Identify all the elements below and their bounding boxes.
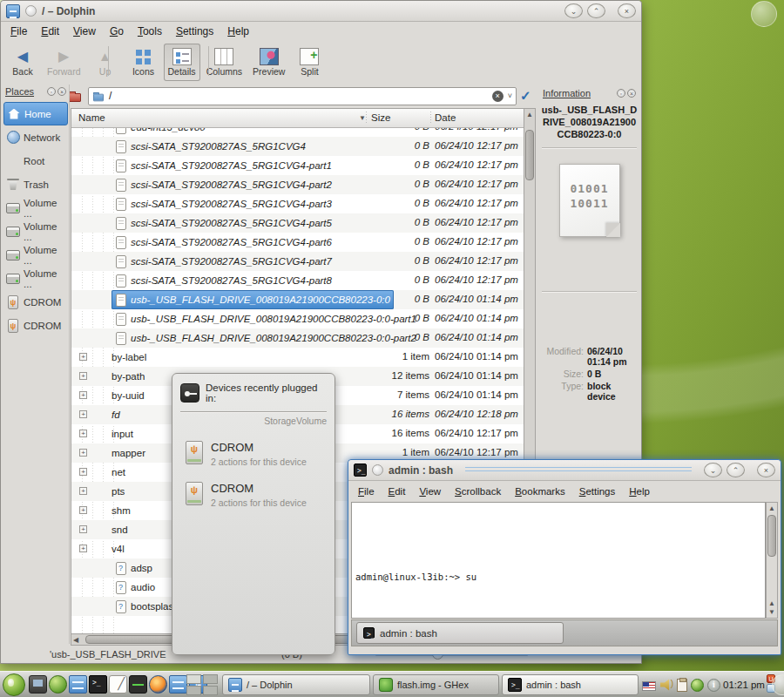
launcher-icon[interactable] [109,675,127,694]
file-name-cell[interactable]: by-uuid [92,386,148,405]
device-entry[interactable]: CDROM 2 actions for this device [180,441,327,467]
file-name-cell[interactable]: mapper [92,443,149,463]
places-float-button[interactable]: ◦ [47,87,56,96]
places-item[interactable]: Volume ... [3,220,68,243]
menu-item[interactable]: Help [221,23,255,40]
launcher-icon[interactable] [29,675,47,694]
toolbar-button[interactable]: Preview [248,44,289,81]
scroll-up-icon[interactable]: ▲ [524,111,535,118]
launcher-icon[interactable] [69,675,87,694]
table-row[interactable]: edd-int13_dev80 0 B 06/24/10 12:17 pm [71,128,524,137]
file-name-cell[interactable]: scsi-SATA_ST9200827AS_5RG1CVG4-part7 [112,252,335,271]
scroll-down-icon[interactable]: ▼ [767,608,777,616]
menu-item[interactable]: Go [104,23,130,40]
tray-icon[interactable] [691,679,704,692]
dolphin-titlebar[interactable]: / – Dolphin ⌄ ⌃ × [1,1,641,22]
expand-icon[interactable] [79,506,87,514]
table-row[interactable]: scsi-SATA_ST9200827AS_5RG1CVG4-part6 0 B… [71,233,524,252]
scroll-left-icon[interactable]: ◀ [73,636,78,644]
scrollbar-thumb[interactable] [767,515,776,557]
menu-item[interactable]: Edit [35,23,65,40]
task-button[interactable]: admin : bash [502,674,639,695]
file-name-cell[interactable]: fd [92,405,124,424]
plasma-toolbox-icon[interactable] [751,1,777,27]
menu-item[interactable]: View [67,23,102,40]
launcher-icon[interactable] [169,675,187,694]
column-header[interactable]: Name ▼ Size Date [71,109,524,128]
menu-item[interactable]: Edit [382,484,412,499]
column-name[interactable]: Name [78,112,105,123]
toolbar-button[interactable]: Split [291,44,328,81]
expand-icon[interactable] [79,391,87,399]
launcher-icon[interactable] [129,675,147,694]
expand-icon[interactable] [79,353,87,361]
window-menu-button[interactable] [25,5,37,17]
table-row[interactable]: scsi-SATA_ST9200827AS_5RG1CVG4-part2 0 B… [71,175,524,194]
terminal-scrollbar[interactable]: ▲ ▲ ▼ [766,502,778,619]
file-name-cell[interactable]: net [92,463,129,482]
file-name-cell[interactable]: input [92,424,137,443]
scroll-up-icon[interactable]: ▲ [767,599,777,607]
konsole-titlebar[interactable]: admin : bash ⌄ ⌃ × [348,460,781,481]
tray-icon[interactable] [642,681,656,691]
menu-item[interactable]: Scrollback [449,484,507,499]
file-name-cell[interactable]: shm [92,501,134,520]
column-size[interactable]: Size [371,112,390,123]
location-ok-icon[interactable]: ✓ [520,88,531,104]
menu-item[interactable]: File [352,484,381,499]
clock[interactable]: 01:21 pm [723,672,765,697]
pager-desktop-cell[interactable] [186,686,201,695]
file-name-cell[interactable]: scsi-SATA_ST9200827AS_5RG1CVG4-part3 [112,194,335,213]
table-row[interactable]: scsi-SATA_ST9200827AS_5RG1CVG4-part1 0 B… [71,156,524,175]
location-dropdown-icon[interactable]: ˅ [508,91,512,100]
places-item[interactable]: Trash [3,173,68,196]
file-name-cell[interactable]: snd [92,520,132,539]
toolbar-button[interactable]: Forward [43,44,85,81]
launcher-icon[interactable] [89,675,107,694]
toolbar-button[interactable]: Up [87,44,124,81]
expand-icon[interactable] [79,372,87,380]
table-row[interactable]: scsi-SATA_ST9200827AS_5RG1CVG4-part3 0 B… [71,194,524,213]
menu-item[interactable]: View [413,484,447,499]
places-item[interactable]: CDROM [3,290,68,314]
places-item[interactable]: Volume ... [3,196,68,220]
expand-icon[interactable] [79,430,87,437]
maximize-button[interactable]: ⌃ [727,463,745,477]
file-name-cell[interactable]: scsi-SATA_ST9200827AS_5RG1CVG4-part1 [112,156,335,175]
file-name-cell[interactable]: scsi-SATA_ST9200827AS_5RG1CVG4-part2 [112,175,335,194]
terminal-screen[interactable]: admin@linux-l3ib:~> su Password: linux-l… [351,502,766,619]
file-name-cell[interactable]: adsp [112,558,156,578]
file-name-cell[interactable]: audio [112,578,159,597]
table-row[interactable]: scsi-SATA_ST9200827AS_5RG1CVG4-part7 0 B… [71,252,524,271]
file-name-cell[interactable]: scsi-SATA_ST9200827AS_5RG1CVG4 [112,137,309,156]
menu-item[interactable]: Settings [573,484,622,499]
minimize-button[interactable]: ⌄ [564,3,583,18]
scroll-up-icon[interactable]: ▲ [767,504,777,512]
file-name-cell[interactable]: scsi-SATA_ST9200827AS_5RG1CVG4-part6 [112,233,335,252]
places-close-button[interactable]: × [57,87,66,96]
launcher-icon[interactable] [149,675,167,694]
places-item[interactable]: Home [3,102,68,125]
expand-icon[interactable] [79,487,87,495]
expand-icon[interactable] [79,468,87,476]
pager-desktop-cell[interactable] [186,674,201,684]
menu-item[interactable]: Tools [132,23,168,40]
pager-desktop-cell[interactable] [203,674,218,684]
table-row[interactable]: scsi-SATA_ST9200827AS_5RG1CVG4-part5 0 B… [71,213,524,233]
places-item[interactable]: CDROM [3,314,68,337]
device-entry[interactable]: CDROM 2 actions for this device [180,482,327,508]
location-bar[interactable]: / × ˅ [88,87,517,105]
task-button[interactable]: / – Dolphin [222,674,370,695]
places-item[interactable]: Root [3,149,68,173]
table-row[interactable]: usb-_USB_FLASH_DRIVE_008019A21900CCB8022… [71,309,524,328]
file-name-cell[interactable]: by-path [92,367,148,386]
file-name-cell[interactable]: edd-int13_dev80 [112,128,209,137]
file-name-cell[interactable]: v4l [92,539,128,558]
table-row[interactable]: scsi-SATA_ST9200827AS_5RG1CVG4-part8 0 B… [71,271,524,290]
column-date[interactable]: Date [435,112,456,123]
file-name-cell[interactable]: scsi-SATA_ST9200827AS_5RG1CVG4-part8 [112,271,335,290]
toolbar-button[interactable]: Details [164,44,200,81]
places-item[interactable]: Volume ... [3,267,68,290]
menu-item[interactable]: Settings [170,23,220,40]
places-item[interactable]: Network [3,125,68,149]
